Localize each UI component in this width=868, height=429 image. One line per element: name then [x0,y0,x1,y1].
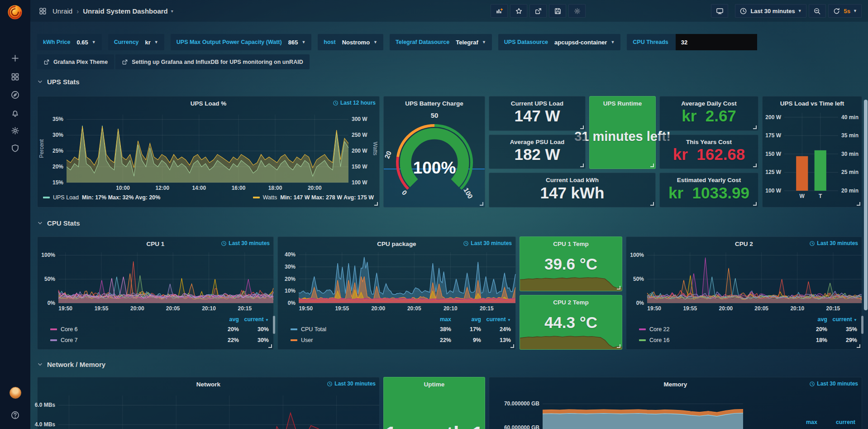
panel-title[interactable]: This Years Cost [686,139,732,145]
legend-col-current[interactable]: current [817,419,855,425]
toolbar-cycle-view-button[interactable] [711,4,728,18]
legend-series-name[interactable]: User [301,337,313,343]
panel-time-range[interactable]: Last 30 minutes [463,240,512,246]
panel-title[interactable]: Network [196,381,220,388]
save-icon [554,7,562,15]
sidebar-item-apps[interactable] [0,67,30,86]
panel-title[interactable]: CPU package [377,241,416,247]
legend-series-name[interactable]: UPS Load [53,194,79,201]
legend-col-max[interactable]: max [779,419,817,425]
panel-time-range[interactable]: Last 30 minutes [221,240,270,246]
zoom-out-button[interactable] [809,4,826,18]
dashboard-grid-icon[interactable] [38,7,47,15]
panel-time-range[interactable]: Last 30 minutes [809,240,858,246]
panel-title[interactable]: UPS Load vs Time left [780,100,844,107]
panel-title[interactable]: CPU 2 [735,241,753,247]
panel-title[interactable]: Memory [664,381,687,388]
panel-title[interactable]: UPS Battery Charge [405,100,463,107]
variable-cpu-threads[interactable]: CPU Threads [627,34,757,50]
legend-col-max[interactable]: max [421,316,451,323]
scrollbar-thumb[interactable] [864,100,868,310]
panel-title[interactable]: CPU 2 Temp [553,299,589,306]
panel-title[interactable]: UPS Runtime [603,100,642,107]
panel-time-range[interactable]: Last 30 minutes [327,381,376,387]
time-range-picker[interactable]: Last 30 minutes▼ [735,4,806,18]
sidebar-item-plus[interactable] [0,49,30,67]
sidebar-item-compass[interactable] [0,86,30,104]
legend-col-current[interactable]: current ▼ [239,316,269,323]
panel-title[interactable]: CPU 1 [147,241,165,247]
toolbar-share-button[interactable] [529,4,547,18]
sidebar-item-bell[interactable] [0,104,30,122]
legend-series-name[interactable]: Core 22 [649,326,669,333]
plot-area[interactable]: 19:5019:5520:0020:0520:1020:15 [647,252,862,303]
variable-telegraf-datasource[interactable]: Telegraf DatasourceTelegraf▼ [390,34,492,50]
legend-scrollbar[interactable] [273,316,275,334]
sidebar-item-help[interactable] [0,406,30,424]
panel-title[interactable]: CPU 1 Temp [553,241,589,247]
variable-host[interactable]: hostNostromo▼ [318,34,383,50]
section-title: Network / Memory [47,361,105,368]
legend-series-name[interactable]: Core 16 [649,337,669,343]
panel-title[interactable]: Current Load kWh [546,177,599,183]
section-ups-stats[interactable]: UPS Stats [37,78,80,86]
plot-area[interactable]: 10:0012:0014:0016:0018:0020:00 [67,115,348,183]
toolbar-add-panel-button[interactable] [491,4,508,18]
variable-ups-max-output-power-capacity-watt-[interactable]: UPS Max Output Power Capacity (Watt)865▼ [171,34,312,50]
dashboard-link[interactable]: Grafana Plex Theme [37,54,114,69]
plot-area[interactable]: WT [784,113,838,191]
panel-title[interactable]: Average Daily Cost [681,100,737,107]
x-axis-tick: 20:10 [444,305,458,312]
panel-time-range[interactable]: Last 12 hours [333,100,376,106]
panel-title[interactable]: Current UPS Load [511,100,563,107]
variable-currency[interactable]: Currencykr▼ [108,34,164,50]
legend-series-name[interactable]: CPU Total [301,326,326,333]
x-axis-tick: 20:10 [790,305,804,312]
section-cpu-stats[interactable]: CPU Stats [37,219,80,227]
plot-area[interactable] [58,395,379,429]
panel-title[interactable]: Average PSU Load [510,139,564,145]
clock-icon [221,241,227,246]
panel-title[interactable]: Estimated Yearly Cost [677,177,741,183]
sidebar-item-gear[interactable] [0,121,30,140]
toolbar-save-button[interactable] [549,4,566,18]
panel-title[interactable]: Uptime [424,381,445,388]
legend-col-current[interactable]: current ▼ [827,316,857,323]
sidebar-item-shield[interactable] [0,139,30,157]
variable-input[interactable] [676,34,757,50]
variable-kwh-price[interactable]: kWh Price0.65▼ [37,34,102,50]
legend-swatch [253,197,260,198]
toolbar-gear-button[interactable] [568,4,586,18]
plot-area[interactable]: 19:5019:5520:0020:0520:1020:15 [299,252,515,303]
legend-series-name[interactable]: Core 6 [61,326,78,333]
legend-series-name[interactable]: Core 7 [61,337,78,343]
toolbar-star-button[interactable] [510,4,527,18]
section-network-memory[interactable]: Network / Memory [37,361,105,368]
breadcrumb-root[interactable]: Unraid [52,7,72,15]
variable-value: 0.65 [76,39,88,46]
variable-ups-datasource[interactable]: UPS Datasourceapcupsd-container▼ [498,34,620,50]
share-icon [43,59,50,65]
bell-icon [10,108,20,118]
dashboard-link[interactable]: Setting up Grafana and InfluxDB for UPS … [115,54,309,69]
plot-area[interactable]: 19:5019:5520:0020:0520:1020:15 [58,252,273,303]
compass-icon [10,90,20,100]
title-caret-icon[interactable]: ▾ [171,9,173,14]
stat-value: 182 W [514,145,560,169]
y-axis-ticks: 6.0 MBs4.0 MBs2.0 MBs [38,395,58,429]
legend-col-avg[interactable]: avg [797,316,827,323]
legend-series-name[interactable]: Watts [263,194,277,201]
panel-time-range[interactable]: Last 30 minutes [809,381,858,387]
panel-legend: UPS Load Min: 17% Max: 32% Avg: 20%Watts… [38,194,379,201]
refresh-button[interactable]: 5s▼ [828,4,862,18]
section-title: UPS Stats [47,78,80,86]
legend-col-current[interactable]: current ▼ [481,316,511,323]
legend-col-avg[interactable]: avg [451,316,481,323]
panel-title[interactable]: UPS Load % [191,100,227,107]
legend-col-avg[interactable]: avg [209,316,239,323]
grafana-logo[interactable] [6,3,24,21]
page-title[interactable]: Unraid System Dashboard [83,7,168,15]
page-scrollbar[interactable] [863,0,868,429]
plot-area[interactable] [543,395,743,429]
sidebar-user-avatar[interactable] [0,384,30,402]
